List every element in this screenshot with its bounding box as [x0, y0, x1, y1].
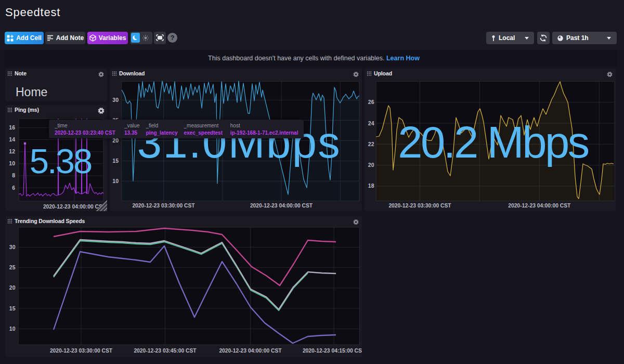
- svg-text:30: 30: [9, 244, 16, 250]
- svg-text:26: 26: [368, 99, 374, 105]
- svg-text:30: 30: [112, 97, 119, 103]
- svg-text:14: 14: [9, 136, 15, 142]
- svg-text:18: 18: [368, 183, 374, 189]
- svg-text:2020-12-23 04:00:00 CST: 2020-12-23 04:00:00 CST: [43, 204, 106, 210]
- svg-text:2020-12-23 03:30:00 CST: 2020-12-23 03:30:00 CST: [50, 348, 113, 354]
- svg-text:10: 10: [112, 178, 119, 184]
- svg-text:25: 25: [9, 264, 16, 270]
- svg-text:8: 8: [12, 172, 15, 178]
- svg-text:2020-12-23 03:30:00 CST: 2020-12-23 03:30:00 CST: [388, 203, 451, 209]
- svg-text:22: 22: [368, 141, 374, 147]
- svg-text:2020-12-23 03:30:00 CST: 2020-12-23 03:30:00 CST: [132, 203, 195, 209]
- svg-text:2020-12-23 04:00:00 CST: 2020-12-23 04:00:00 CST: [508, 203, 571, 209]
- svg-text:20: 20: [368, 162, 374, 168]
- svg-text:20: 20: [9, 284, 16, 291]
- svg-text:2020-12-23 03:45:00 CST: 2020-12-23 03:45:00 CST: [134, 348, 197, 354]
- svg-text:Note: Note: [15, 70, 27, 76]
- svg-text:2020-12-23 04:00:00 CST: 2020-12-23 04:00:00 CST: [250, 203, 313, 209]
- svg-text:15: 15: [9, 305, 16, 311]
- svg-text:16: 16: [9, 124, 15, 131]
- svg-text:6: 6: [12, 185, 15, 191]
- svg-text:10: 10: [9, 326, 16, 332]
- svg-text:24: 24: [368, 120, 374, 126]
- svg-text:15: 15: [112, 158, 119, 164]
- svg-text:10: 10: [9, 160, 15, 166]
- svg-text:2020-12-23 04:00:00 CST: 2020-12-23 04:00:00 CST: [219, 348, 282, 354]
- svg-text:2020-12-23 04:15:00 CST: 2020-12-23 04:15:00 CST: [303, 348, 362, 354]
- svg-text:12: 12: [9, 148, 15, 154]
